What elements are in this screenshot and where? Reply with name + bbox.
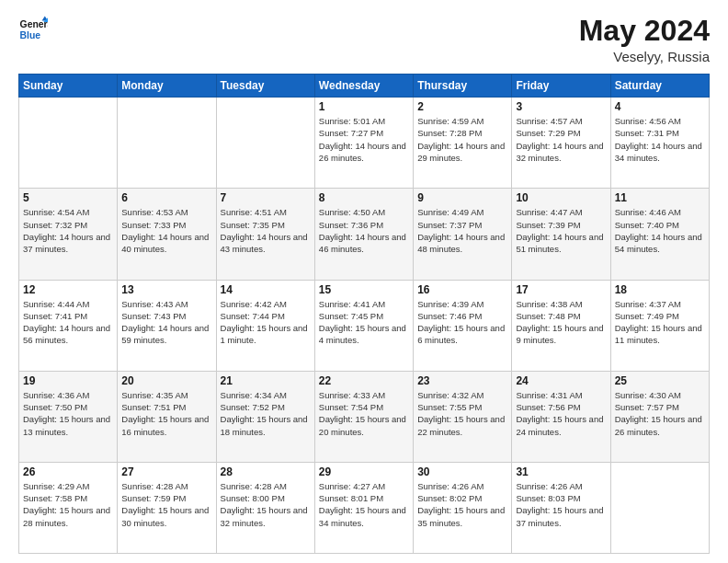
day-info: Sunrise: 4:26 AM Sunset: 8:03 PM Dayligh… bbox=[516, 480, 606, 529]
table-cell: 15Sunrise: 4:41 AM Sunset: 7:45 PM Dayli… bbox=[314, 280, 413, 371]
month-year: May 2024 bbox=[579, 15, 710, 47]
day-number: 27 bbox=[121, 465, 211, 478]
table-cell: 4Sunrise: 4:56 AM Sunset: 7:31 PM Daylig… bbox=[610, 98, 709, 189]
table-cell: 7Sunrise: 4:51 AM Sunset: 7:35 PM Daylig… bbox=[216, 189, 314, 280]
day-info: Sunrise: 4:51 AM Sunset: 7:35 PM Dayligh… bbox=[221, 206, 311, 255]
table-cell bbox=[216, 98, 314, 189]
day-number: 20 bbox=[121, 374, 211, 387]
day-info: Sunrise: 4:42 AM Sunset: 7:44 PM Dayligh… bbox=[221, 298, 311, 347]
week-row-0: 1Sunrise: 5:01 AM Sunset: 7:27 PM Daylig… bbox=[19, 98, 710, 189]
day-info: Sunrise: 4:57 AM Sunset: 7:29 PM Dayligh… bbox=[516, 115, 606, 164]
table-cell bbox=[610, 462, 709, 553]
svg-text:General: General bbox=[20, 19, 48, 29]
table-cell: 3Sunrise: 4:57 AM Sunset: 7:29 PM Daylig… bbox=[512, 98, 610, 189]
logo-icon: General Blue bbox=[18, 15, 48, 44]
day-number: 22 bbox=[319, 374, 409, 387]
day-info: Sunrise: 4:38 AM Sunset: 7:48 PM Dayligh… bbox=[516, 298, 606, 347]
table-cell bbox=[19, 98, 118, 189]
day-info: Sunrise: 4:44 AM Sunset: 7:41 PM Dayligh… bbox=[23, 298, 113, 347]
day-number: 17 bbox=[516, 283, 606, 296]
table-cell: 10Sunrise: 4:47 AM Sunset: 7:39 PM Dayli… bbox=[512, 189, 610, 280]
day-number: 7 bbox=[221, 191, 311, 204]
table-cell: 9Sunrise: 4:49 AM Sunset: 7:37 PM Daylig… bbox=[414, 189, 512, 280]
table-cell: 12Sunrise: 4:44 AM Sunset: 7:41 PM Dayli… bbox=[19, 280, 118, 371]
table-cell: 31Sunrise: 4:26 AM Sunset: 8:03 PM Dayli… bbox=[512, 462, 610, 553]
table-cell: 14Sunrise: 4:42 AM Sunset: 7:44 PM Dayli… bbox=[216, 280, 314, 371]
day-number: 28 bbox=[221, 465, 311, 478]
header: General Blue May 2024 Veselyy, Russia bbox=[18, 15, 710, 64]
day-info: Sunrise: 4:49 AM Sunset: 7:37 PM Dayligh… bbox=[417, 206, 507, 255]
day-info: Sunrise: 4:30 AM Sunset: 7:57 PM Dayligh… bbox=[615, 389, 705, 438]
col-saturday: Saturday bbox=[610, 75, 709, 98]
table-cell: 1Sunrise: 5:01 AM Sunset: 7:27 PM Daylig… bbox=[314, 98, 413, 189]
col-thursday: Thursday bbox=[414, 75, 512, 98]
day-number: 25 bbox=[615, 374, 705, 387]
calendar: Sunday Monday Tuesday Wednesday Thursday… bbox=[18, 74, 710, 554]
day-number: 31 bbox=[516, 465, 606, 478]
table-cell: 16Sunrise: 4:39 AM Sunset: 7:46 PM Dayli… bbox=[414, 280, 512, 371]
day-number: 16 bbox=[417, 283, 507, 296]
day-number: 24 bbox=[516, 374, 606, 387]
day-info: Sunrise: 4:53 AM Sunset: 7:33 PM Dayligh… bbox=[121, 206, 211, 255]
day-number: 21 bbox=[221, 374, 311, 387]
table-cell: 13Sunrise: 4:43 AM Sunset: 7:43 PM Dayli… bbox=[118, 280, 216, 371]
day-number: 5 bbox=[23, 191, 113, 204]
table-cell: 20Sunrise: 4:35 AM Sunset: 7:51 PM Dayli… bbox=[118, 371, 216, 462]
day-number: 29 bbox=[319, 465, 409, 478]
table-cell: 5Sunrise: 4:54 AM Sunset: 7:32 PM Daylig… bbox=[19, 189, 118, 280]
day-number: 4 bbox=[615, 100, 705, 113]
day-number: 23 bbox=[417, 374, 507, 387]
table-cell: 21Sunrise: 4:34 AM Sunset: 7:52 PM Dayli… bbox=[216, 371, 314, 462]
day-info: Sunrise: 4:43 AM Sunset: 7:43 PM Dayligh… bbox=[121, 298, 211, 347]
table-cell: 8Sunrise: 4:50 AM Sunset: 7:36 PM Daylig… bbox=[314, 189, 413, 280]
week-row-3: 19Sunrise: 4:36 AM Sunset: 7:50 PM Dayli… bbox=[19, 371, 710, 462]
day-number: 10 bbox=[516, 191, 606, 204]
day-number: 15 bbox=[319, 283, 409, 296]
logo: General Blue bbox=[18, 15, 48, 44]
table-cell: 24Sunrise: 4:31 AM Sunset: 7:56 PM Dayli… bbox=[512, 371, 610, 462]
day-info: Sunrise: 4:34 AM Sunset: 7:52 PM Dayligh… bbox=[221, 389, 311, 438]
day-number: 11 bbox=[615, 191, 705, 204]
day-info: Sunrise: 4:39 AM Sunset: 7:46 PM Dayligh… bbox=[417, 298, 507, 347]
day-info: Sunrise: 4:46 AM Sunset: 7:40 PM Dayligh… bbox=[615, 206, 705, 255]
day-info: Sunrise: 4:26 AM Sunset: 8:02 PM Dayligh… bbox=[417, 480, 507, 529]
table-cell: 30Sunrise: 4:26 AM Sunset: 8:02 PM Dayli… bbox=[414, 462, 512, 553]
week-row-2: 12Sunrise: 4:44 AM Sunset: 7:41 PM Dayli… bbox=[19, 280, 710, 371]
day-info: Sunrise: 4:50 AM Sunset: 7:36 PM Dayligh… bbox=[319, 206, 409, 255]
table-cell: 17Sunrise: 4:38 AM Sunset: 7:48 PM Dayli… bbox=[512, 280, 610, 371]
table-cell: 22Sunrise: 4:33 AM Sunset: 7:54 PM Dayli… bbox=[314, 371, 413, 462]
calendar-header-row: Sunday Monday Tuesday Wednesday Thursday… bbox=[19, 75, 710, 98]
day-info: Sunrise: 4:32 AM Sunset: 7:55 PM Dayligh… bbox=[417, 389, 507, 438]
day-info: Sunrise: 4:28 AM Sunset: 7:59 PM Dayligh… bbox=[121, 480, 211, 529]
day-number: 13 bbox=[121, 283, 211, 296]
day-number: 30 bbox=[417, 465, 507, 478]
table-cell: 28Sunrise: 4:28 AM Sunset: 8:00 PM Dayli… bbox=[216, 462, 314, 553]
col-tuesday: Tuesday bbox=[216, 75, 314, 98]
day-number: 9 bbox=[417, 191, 507, 204]
day-info: Sunrise: 4:29 AM Sunset: 7:58 PM Dayligh… bbox=[23, 480, 113, 529]
day-number: 2 bbox=[417, 100, 507, 113]
table-cell: 2Sunrise: 4:59 AM Sunset: 7:28 PM Daylig… bbox=[414, 98, 512, 189]
table-cell: 11Sunrise: 4:46 AM Sunset: 7:40 PM Dayli… bbox=[610, 189, 709, 280]
day-info: Sunrise: 4:33 AM Sunset: 7:54 PM Dayligh… bbox=[319, 389, 409, 438]
day-number: 3 bbox=[516, 100, 606, 113]
day-info: Sunrise: 4:41 AM Sunset: 7:45 PM Dayligh… bbox=[319, 298, 409, 347]
table-cell: 19Sunrise: 4:36 AM Sunset: 7:50 PM Dayli… bbox=[19, 371, 118, 462]
table-cell: 27Sunrise: 4:28 AM Sunset: 7:59 PM Dayli… bbox=[118, 462, 216, 553]
table-cell bbox=[118, 98, 216, 189]
table-cell: 23Sunrise: 4:32 AM Sunset: 7:55 PM Dayli… bbox=[414, 371, 512, 462]
day-number: 12 bbox=[23, 283, 113, 296]
day-number: 26 bbox=[23, 465, 113, 478]
day-number: 1 bbox=[319, 100, 409, 113]
week-row-1: 5Sunrise: 4:54 AM Sunset: 7:32 PM Daylig… bbox=[19, 189, 710, 280]
day-info: Sunrise: 4:47 AM Sunset: 7:39 PM Dayligh… bbox=[516, 206, 606, 255]
day-info: Sunrise: 4:56 AM Sunset: 7:31 PM Dayligh… bbox=[615, 115, 705, 164]
day-number: 14 bbox=[221, 283, 311, 296]
location: Veselyy, Russia bbox=[579, 49, 710, 64]
day-info: Sunrise: 4:28 AM Sunset: 8:00 PM Dayligh… bbox=[221, 480, 311, 529]
day-number: 19 bbox=[23, 374, 113, 387]
title-block: May 2024 Veselyy, Russia bbox=[579, 15, 710, 64]
table-cell: 26Sunrise: 4:29 AM Sunset: 7:58 PM Dayli… bbox=[19, 462, 118, 553]
day-info: Sunrise: 4:35 AM Sunset: 7:51 PM Dayligh… bbox=[121, 389, 211, 438]
page: General Blue May 2024 Veselyy, Russia Su… bbox=[0, 0, 728, 563]
